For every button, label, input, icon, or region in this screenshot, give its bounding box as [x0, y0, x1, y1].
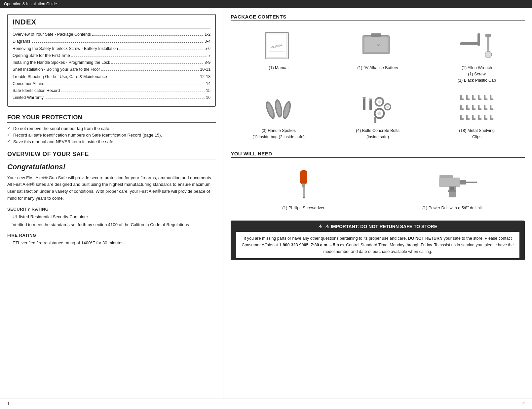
index-entry-text: Removing the Safety Interlock Screw - Ba…: [13, 45, 118, 52]
need-screwdriver: (1) Phillips Screwdriver: [231, 163, 376, 214]
item-manual: MANUAL (1) Manual: [231, 26, 326, 86]
need-items-grid: (1) Phillips Screwdriver: [231, 163, 525, 214]
index-entry-dots: [108, 73, 199, 78]
svg-rect-10: [477, 33, 480, 46]
svg-rect-78: [448, 190, 456, 192]
index-entry-dots: [111, 59, 203, 64]
index-entry-page: 3-4: [205, 38, 210, 45]
protection-list: Do not remove the serial number tag from…: [7, 126, 216, 144]
svg-rect-61: [472, 118, 475, 120]
bolts-label: (4) Bolts Concrete Bolts(inside safe): [356, 128, 399, 140]
top-bar: Operation & Installation Guide: [0, 0, 532, 8]
fire-item: ETL verified fire resistance rating of 1…: [7, 240, 216, 246]
svg-rect-31: [374, 117, 376, 123]
svg-point-28: [386, 105, 389, 108]
index-entry-dots: [46, 80, 205, 85]
index-entry-page: 8-9: [205, 59, 210, 66]
allen-label: (1) Allen Wrench(1) Screw(1) Black Plast…: [458, 65, 496, 83]
svg-rect-73: [439, 178, 460, 187]
svg-rect-39: [478, 99, 481, 100]
svg-rect-51: [478, 108, 481, 110]
index-entry-text: Safe Identification Record: [13, 87, 60, 94]
overview-body: Your new First Alert® Gun Safe will prov…: [7, 175, 216, 202]
important-title: ⚠ ⚠ IMPORTANT: DO NOT RETURN SAFE TO STO…: [236, 224, 519, 229]
svg-rect-79: [439, 175, 453, 178]
svg-rect-49: [472, 108, 475, 110]
page-numbers: 1 2: [0, 398, 532, 409]
clips-label: (18) Metal ShelvingClips: [459, 128, 495, 140]
svg-text:9V: 9V: [376, 43, 380, 47]
index-entry-page: 7: [208, 52, 210, 59]
svg-rect-41: [484, 99, 487, 100]
battery-label: (1) 9V Alkaline Battery: [357, 65, 398, 71]
index-entry: Limited Warranty16: [13, 94, 210, 101]
package-contents-heading: PACKAGE CONTENTS: [231, 14, 525, 21]
item-spokes: (3) Handle Spokes(1) inside bag (2 insid…: [231, 89, 326, 143]
spokes-image: [259, 92, 298, 125]
svg-rect-45: [460, 108, 464, 110]
index-entry-page: 16: [206, 94, 210, 101]
important-body: If you are missing parts or have any oth…: [236, 232, 519, 258]
index-entry: Consumer Affairs14: [13, 80, 210, 87]
svg-rect-70: [303, 187, 305, 198]
svg-rect-55: [490, 108, 493, 110]
index-entry-text: Consumer Affairs: [13, 80, 44, 87]
svg-rect-6: [371, 33, 381, 37]
index-entry: Safe Identification Record15: [13, 87, 210, 94]
screwdriver-label: (1) Phillips Screwdriver: [282, 205, 324, 211]
clips-image: [457, 92, 497, 125]
for-your-protection-heading: FOR YOUR PROTECTION: [7, 114, 216, 123]
item-allen: (1) Allen Wrench(1) Screw(1) Black Plast…: [429, 26, 525, 86]
item-battery: 9V (1) 9V Alkaline Battery: [330, 26, 426, 86]
svg-rect-57: [460, 118, 464, 120]
screwdriver-image: [280, 166, 326, 202]
page-number-left: 1: [7, 401, 10, 406]
index-entry-text: Installing the Handle Spokes - Programmi…: [13, 59, 110, 66]
spokes-label: (3) Handle Spokes(1) inside bag (2 insid…: [252, 128, 305, 140]
index-entry-text: Overview of Your Safe - Package Contents: [13, 31, 91, 38]
index-box: INDEX Overview of Your Safe - Package Co…: [7, 14, 216, 107]
svg-rect-43: [490, 99, 493, 100]
important-body-text: If you are missing parts or have any oth…: [242, 236, 513, 254]
index-entry-dots: [45, 94, 205, 99]
svg-point-14: [485, 51, 492, 58]
page-number-right: 2: [522, 401, 525, 406]
protection-item: Save this manual and NEVER keep it insid…: [7, 139, 216, 144]
package-items-grid: MANUAL (1) Manual 9V (1): [231, 26, 525, 143]
index-entry: Diagrams3-4: [13, 38, 210, 45]
right-column: PACKAGE CONTENTS MANUAL (1) Manual: [223, 8, 532, 398]
item-bolts: (4) Bolts Concrete Bolts(inside safe): [330, 89, 426, 143]
fire-rating-heading: FIRE RATING: [7, 233, 216, 238]
svg-rect-35: [466, 99, 470, 100]
index-entry-text: Limited Warranty: [13, 94, 44, 101]
top-bar-label: Operation & Installation Guide: [4, 2, 57, 6]
warning-icon: ⚠: [318, 224, 323, 229]
svg-rect-59: [466, 118, 470, 120]
svg-rect-33: [460, 99, 464, 100]
allen-image: [457, 29, 497, 62]
you-will-need-heading: YOU WILL NEED: [231, 151, 525, 158]
index-entry-page: 5-6: [205, 45, 210, 52]
index-entry-text: Diagrams: [13, 38, 30, 45]
svg-point-26: [378, 100, 381, 103]
overview-heading: OVERVIEW OF YOUR SAFE: [7, 151, 216, 159]
fire-list: ETL verified fire resistance rating of 1…: [7, 240, 216, 246]
item-clips: (18) Metal ShelvingClips: [429, 89, 525, 143]
svg-rect-67: [490, 118, 493, 120]
index-entry-dots: [92, 31, 203, 36]
index-entry-dots: [32, 38, 204, 43]
index-heading: INDEX: [13, 18, 210, 28]
svg-rect-63: [478, 118, 481, 120]
svg-rect-53: [484, 108, 487, 110]
for-your-protection-section: FOR YOUR PROTECTION Do not remove the se…: [7, 114, 216, 144]
important-box: ⚠ ⚠ IMPORTANT: DO NOT RETURN SAFE TO STO…: [231, 221, 525, 260]
protection-item: Do not remove the serial number tag from…: [7, 126, 216, 131]
index-entry: Removing the Safety Interlock Screw - Ba…: [13, 45, 210, 52]
svg-marker-22: [362, 97, 366, 99]
security-rating-heading: SECURITY RATING: [7, 207, 216, 212]
svg-point-30: [377, 111, 381, 115]
security-item: UL listed Residential Security Container: [7, 214, 216, 220]
need-drill: (1) Power Drill with a 5/8" drill bit: [379, 163, 525, 214]
index-entry-dots: [71, 52, 207, 57]
security-item: Verified to meet the standards set forth…: [7, 222, 216, 228]
